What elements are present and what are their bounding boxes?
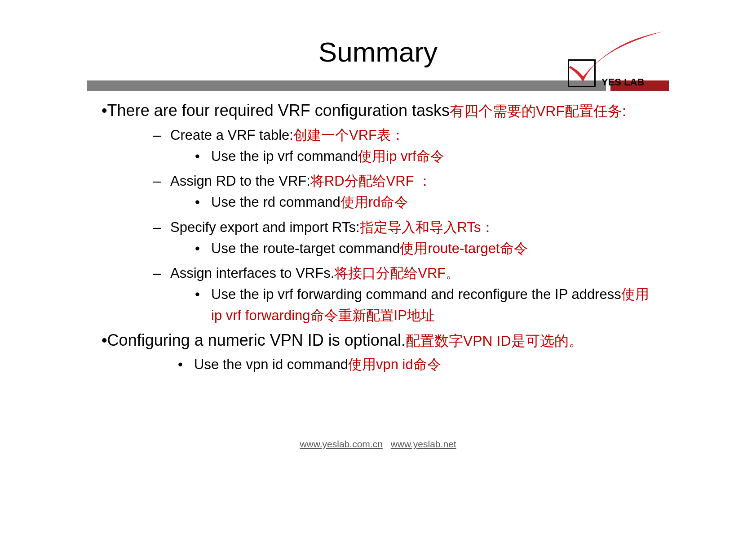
bullet-item: Use the ip vrf forwarding command and re… xyxy=(195,284,658,326)
bullet-list: Use the rd command使用rd命令 xyxy=(195,192,658,213)
item-en: Assign interfaces to VRFs. xyxy=(170,265,334,281)
item-zh: 创建一个VRF表： xyxy=(293,127,405,143)
item-en: Create a VRF table: xyxy=(170,127,293,143)
main2-en: Configuring a numeric VPN ID is optional… xyxy=(107,331,406,349)
footer-link-2[interactable]: www.yeslab.net xyxy=(391,439,456,449)
list-item: Create a VRF table:创建一个VRF表： Use the ip … xyxy=(153,125,658,167)
bullet-item: Use the route-target command使用route-targ… xyxy=(195,238,658,259)
bullet-item: Use the rd command使用rd命令 xyxy=(195,192,658,213)
sub-en: Use the route-target command xyxy=(211,241,400,256)
sub-en: Use the rd command xyxy=(211,194,340,210)
bullet-item: Use the vpn id command使用vpn id命令 xyxy=(178,354,658,375)
item-zh: 将接口分配给VRF。 xyxy=(334,265,460,281)
content-area: •There are four required VRF configurati… xyxy=(87,91,669,375)
sub-zh: 使用vpn id命令 xyxy=(348,357,441,372)
footer-link-1[interactable]: www.yeslab.com.cn xyxy=(300,439,382,449)
slide-container: YES LAB Summary •There are four required… xyxy=(87,22,669,459)
sub-zh: 使用ip vrf命令 xyxy=(358,148,444,164)
bullet-list: Use the ip vrf command使用ip vrf命令 xyxy=(195,146,658,167)
sub-en: Use the ip vrf forwarding command and re… xyxy=(211,286,621,302)
list-item: Assign interfaces to VRFs.将接口分配给VRF。 Use… xyxy=(153,263,658,326)
sub-en: Use the ip vrf command xyxy=(211,148,358,164)
item-en: Specify export and import RTs: xyxy=(170,219,360,235)
logo-text: YES LAB xyxy=(601,76,644,88)
sub-zh: 使用rd命令 xyxy=(340,194,409,210)
main-bullet-2: •Configuring a numeric VPN ID is optiona… xyxy=(102,330,658,352)
item-en: Assign RD to the VRF: xyxy=(170,173,310,189)
list-item: Assign RD to the VRF:将RD分配给VRF ： Use the… xyxy=(153,170,658,213)
list-item: Specify export and import RTs:指定导入和导入RTs… xyxy=(153,217,658,259)
item-zh: 将RD分配给VRF ： xyxy=(310,173,432,189)
sub-zh: 使用route-target命令 xyxy=(400,241,527,256)
main1-en: There are four required VRF configuratio… xyxy=(107,101,450,120)
logo-box-icon xyxy=(568,59,596,87)
main1-zh: 有四个需要的VRF配置任务: xyxy=(450,103,626,119)
main2-zh: 配置数字VPN ID是可选的。 xyxy=(406,333,583,349)
sub-en: Use the vpn id command xyxy=(194,357,348,372)
bullet-item: Use the ip vrf command使用ip vrf命令 xyxy=(195,146,658,167)
bullet-list: Use the ip vrf forwarding command and re… xyxy=(195,284,658,326)
sub-list: Create a VRF table:创建一个VRF表： Use the ip … xyxy=(153,125,658,326)
footer-links: www.yeslab.com.cn www.yeslab.net xyxy=(87,439,669,450)
bullet-list: Use the route-target command使用route-targ… xyxy=(195,238,658,259)
logo: YES LAB xyxy=(568,31,669,90)
divider-gray xyxy=(87,80,606,91)
main-bullet-1: •There are four required VRF configurati… xyxy=(102,100,658,122)
item-zh: 指定导入和导入RTs： xyxy=(360,219,495,235)
bullet-list: Use the vpn id command使用vpn id命令 xyxy=(178,354,658,375)
